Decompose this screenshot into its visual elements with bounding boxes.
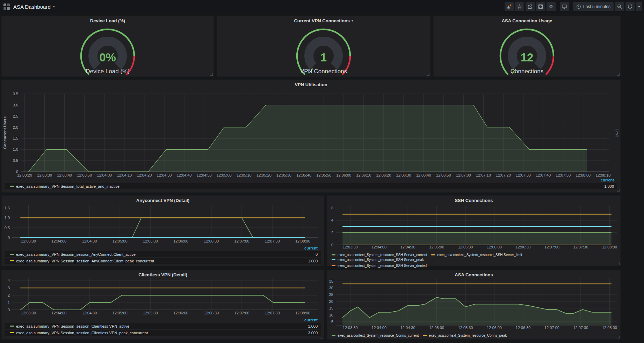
x-tick-label: 12:05:00 — [429, 245, 444, 249]
panel-resize-handle[interactable] — [617, 73, 620, 76]
clock-icon — [576, 4, 581, 9]
save-icon — [538, 4, 543, 9]
legend-item[interactable]: exec_asa.context_System_resource_SSH Ser… — [431, 253, 522, 257]
dashboard-settings-button[interactable]: ⚙ — [547, 2, 556, 11]
x-tick-label: 12:04:30 — [82, 311, 97, 315]
x-tick-label: 12:06:00 — [487, 326, 502, 330]
add-panel-button[interactable] — [505, 2, 514, 11]
x-tick-label: 12:05:30 — [143, 311, 158, 315]
x-tick-label: 12:04:10 — [117, 173, 132, 177]
legend-item[interactable]: exec_asa.context_System_resource_SSH Ser… — [332, 264, 427, 268]
x-tick-label: 12:04:30 — [400, 326, 415, 330]
legend-current-value: 3.000 — [308, 331, 318, 335]
y-tick-label: 0 — [16, 170, 18, 174]
grid-square — [3, 7, 6, 10]
x-tick-label: 12:06:50 — [436, 173, 451, 177]
legend-item[interactable]: exec_asa.context_System_resource_Conns_c… — [332, 334, 419, 337]
legend-swatch-icon — [10, 326, 14, 327]
legend-current-value: 1.000 — [604, 184, 614, 188]
legend-series-name: exec_asa.context_System_resource_Conns_c… — [338, 334, 419, 337]
x-tick-label: 12:05:40 — [296, 173, 311, 177]
legend-swatch-icon — [332, 254, 335, 255]
legend-swatch-icon — [332, 335, 335, 336]
gauge-label: VPN Connections — [217, 68, 430, 75]
y-tick-label: 6 — [331, 206, 333, 210]
share-dashboard-button[interactable] — [526, 2, 535, 11]
panel-resize-handle[interactable] — [617, 189, 620, 192]
refresh-interval-dropdown[interactable] — [636, 2, 642, 11]
legend-series-name: exec_asa.summary_VPN Session_session_Any… — [16, 252, 316, 256]
chart-legend: currentexec_asa.summary_VPN Session_tota… — [5, 178, 617, 189]
gear-icon: ⚙ — [549, 4, 553, 9]
legend-item[interactable]: exec_asa.summary_VPN Session_session_Any… — [5, 258, 321, 264]
dashboards-grid-icon[interactable] — [3, 3, 10, 10]
time-range-picker[interactable]: Last 5 minutes — [573, 2, 614, 11]
star-dashboard-button[interactable] — [515, 2, 524, 11]
y-tick-label: 0.5 — [13, 158, 18, 163]
x-tick-label: 12:08:00 — [602, 326, 617, 330]
save-dashboard-button[interactable] — [536, 2, 545, 11]
x-tick-label: 12:08:00 — [602, 245, 617, 249]
vpn-utilisation-chart-plot[interactable]: 12:03:2012:03:3012:03:4012:03:5012:04:00… — [2, 80, 620, 192]
legend-item[interactable]: exec_asa.summary_VPN Session_session_Cli… — [5, 323, 321, 329]
asa-connections-chart-plot[interactable]: 12:03:3012:04:0012:04:3012:05:0012:05:30… — [327, 270, 620, 339]
x-tick-label: 12:07:00 — [544, 326, 559, 330]
x-tick-label: 12:06:00 — [173, 311, 188, 315]
cycle-view-mode-button[interactable] — [560, 2, 569, 11]
legend-series-name: exec_asa.context_System_resource_SSH Ser… — [338, 264, 427, 268]
legend-item[interactable]: exec_asa.summary_VPN Session_total_activ… — [5, 183, 617, 189]
x-tick-label: 12:08:00 — [295, 239, 310, 243]
panel-resize-handle[interactable] — [427, 73, 429, 76]
refresh-icon — [628, 4, 632, 9]
panel-resize-handle[interactable] — [320, 336, 323, 338]
legend-item[interactable]: exec_asa.context_System_resource_Conns_p… — [423, 334, 507, 337]
legend-item[interactable]: exec_asa.context_System_resource_SSH Ser… — [332, 253, 427, 257]
x-tick-label: 12:05:20 — [256, 173, 272, 177]
legend-swatch-icon — [10, 186, 14, 187]
x-tick-label: 12:05:00 — [429, 326, 444, 330]
x-tick-label: 12:07:50 — [556, 173, 571, 177]
x-tick-label: 12:04:00 — [51, 239, 66, 243]
add-panel-icon — [506, 4, 512, 9]
legend-item[interactable]: exec_asa.context_System_resource_SSH Ser… — [332, 258, 424, 262]
legend-series-name: exec_asa.context_System_resource_Conns_p… — [429, 334, 507, 337]
x-tick-label: 12:03:30 — [343, 245, 358, 249]
legend-item[interactable]: exec_asa.summary_VPN Session_session_Cli… — [5, 330, 321, 336]
gauge-label: Device Load (%) — [2, 68, 214, 75]
legend-current-header: current — [5, 246, 321, 251]
dashboard-title-dropdown[interactable]: ASA Dashboard ▾ — [13, 4, 55, 10]
zoom-out-time-button[interactable] — [615, 2, 624, 11]
legend-swatch-icon — [332, 259, 335, 260]
y-tick-label: 1.0 — [13, 147, 18, 151]
x-tick-label: 12:04:50 — [197, 173, 212, 177]
x-tick-label: 12:06:30 — [204, 311, 219, 315]
asa-usage-gauge — [434, 16, 620, 76]
refresh-dashboard-button[interactable] — [625, 2, 635, 11]
legend-current-value: 1.000 — [308, 324, 318, 328]
legend-item[interactable]: exec_asa.summary_VPN Session_session_Any… — [5, 251, 321, 257]
y-tick-label: 1.5 — [13, 136, 18, 140]
x-tick-label: 12:05:00 — [113, 239, 128, 243]
x-tick-label: 12:06:00 — [173, 239, 188, 243]
star-icon — [517, 4, 522, 9]
x-tick-label: 12:08:00 — [576, 173, 591, 177]
x-tick-label: 12:06:30 — [204, 239, 219, 243]
vpn-connections-gauge — [217, 16, 430, 76]
panel-resize-handle[interactable] — [617, 262, 620, 265]
y-tick-label: 0 — [8, 236, 10, 240]
x-tick-label: 12:07:30 — [573, 326, 588, 330]
x-tick-label: 12:08:10 — [595, 173, 610, 177]
chart-legend: currentexec_asa.summary_VPN Session_sess… — [5, 318, 321, 336]
panel-resize-handle[interactable] — [210, 73, 213, 76]
grid-square — [3, 3, 6, 6]
time-range-label: Last 5 minutes — [583, 4, 610, 9]
x-tick-label: 12:05:30 — [276, 173, 291, 177]
gauge-value: 0% — [2, 51, 214, 64]
y-tick-label: 0 — [8, 308, 10, 312]
panel-resize-handle[interactable] — [617, 336, 620, 338]
panel-asa-connections: ASA Connections 12:03:3012:04:0012:04:30… — [327, 270, 621, 340]
top-navbar: ASA Dashboard ▾ ⚙ Last 5 minutes — [0, 0, 644, 13]
x-tick-label: 12:07:10 — [476, 173, 491, 177]
x-tick-label: 12:05:00 — [217, 173, 232, 177]
x-tick-label: 12:07:00 — [456, 173, 471, 177]
